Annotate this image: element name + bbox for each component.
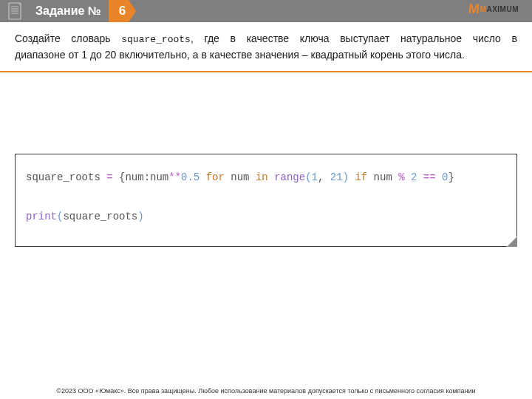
footer: ©2023 ООО «Юмакс». Все права защищены. Л… bbox=[0, 387, 532, 395]
task-number: 6 bbox=[109, 0, 136, 22]
logo-mark-icon: M bbox=[468, 2, 480, 16]
task-description: Создайте словарь square_roots, где в кач… bbox=[0, 22, 532, 71]
code-area: square_roots = {num:num**0.5 for num in … bbox=[0, 154, 532, 247]
header: Задание № 6 M MAXIMUM bbox=[0, 0, 532, 22]
divider bbox=[0, 71, 532, 72]
code-box: square_roots = {num:num**0.5 for num in … bbox=[15, 154, 517, 247]
brand-logo: M MAXIMUM bbox=[468, 2, 519, 16]
doc-icon-svg bbox=[8, 2, 24, 20]
task-line2: диапазоне от 1 до 20 включительно, а в к… bbox=[15, 47, 517, 64]
task-line1: Создайте словарь square_roots, где в кач… bbox=[15, 31, 517, 47]
logo-text: MAXIMUM bbox=[480, 5, 519, 13]
header-title: Задание № 6 bbox=[33, 0, 136, 22]
task-label: Задание № bbox=[33, 4, 104, 18]
document-icon bbox=[0, 0, 33, 22]
